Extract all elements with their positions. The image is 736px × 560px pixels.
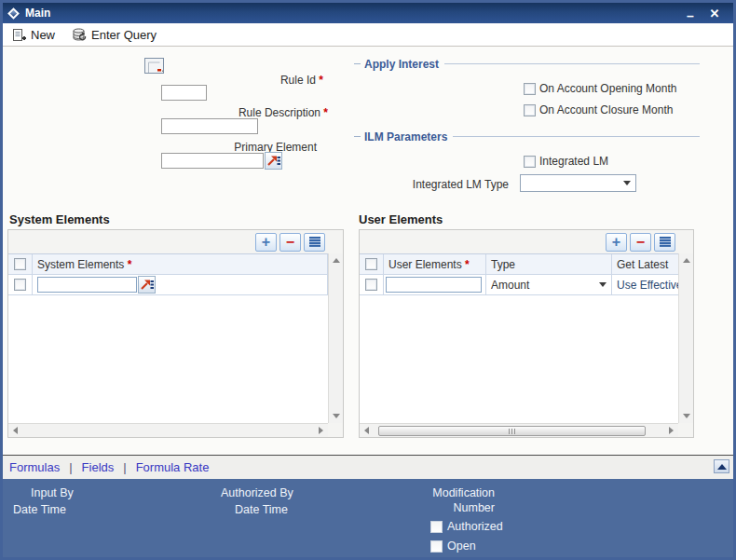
integrated-lm-label: Integrated LM <box>539 155 608 168</box>
system-element-lov-button[interactable] <box>138 276 156 294</box>
user-elements-grid-toolbar: + − <box>360 230 693 253</box>
single-view-icon[interactable] <box>654 233 675 252</box>
primary-element-input[interactable] <box>161 153 264 169</box>
section-rule <box>453 136 700 137</box>
rule-description-input[interactable] <box>161 118 258 134</box>
primary-element-lov-button[interactable] <box>265 152 282 170</box>
system-elements-grid: System Elements * <box>8 253 328 423</box>
open-checkbox-label: Open <box>447 540 476 553</box>
enter-query-button[interactable]: Enter Query <box>72 28 157 42</box>
required-marker: * <box>323 106 328 119</box>
window-title: Main <box>25 7 50 20</box>
horizontal-scrollbar-thumb[interactable] <box>378 426 646 436</box>
remove-row-button[interactable]: − <box>630 233 651 252</box>
on-account-closure-month-checkbox[interactable] <box>524 104 536 116</box>
integrated-lm-type-select[interactable] <box>520 174 636 192</box>
apply-interest-section-header: Apply Interest <box>354 58 700 70</box>
tab-fields[interactable]: Fields <box>82 460 115 474</box>
open-checkbox[interactable] <box>430 540 443 553</box>
select-all-checkbox[interactable] <box>365 258 377 270</box>
type-cell-select[interactable]: Amount <box>486 275 612 294</box>
vertical-scrollbar[interactable] <box>678 253 693 423</box>
user-elements-data-row: Amount Use Effective <box>360 275 678 295</box>
remove-row-button[interactable]: − <box>279 233 301 252</box>
on-account-closure-month-label: On Account Closure Month <box>539 103 673 116</box>
system-elements-panel: + − <box>7 229 344 438</box>
user-elements-title: User Elements <box>359 212 443 226</box>
input-by-label: Input By <box>31 486 74 499</box>
on-account-opening-month-checkbox[interactable] <box>524 83 536 95</box>
user-elements-header-row: User Elements * Type Get Latest <box>360 254 678 275</box>
rule-description-label: Rule Description * <box>137 106 328 119</box>
system-element-cell <box>33 275 328 294</box>
integrated-lm-checkbox[interactable] <box>524 156 536 168</box>
authorized-checkbox[interactable] <box>430 521 443 533</box>
primary-element-label: Primary Element <box>137 141 317 154</box>
scroll-down-icon[interactable] <box>333 414 340 418</box>
tab-separator: | <box>123 460 126 474</box>
vertical-scrollbar[interactable] <box>328 253 343 423</box>
tab-formula-rate[interactable]: Formula Rate <box>136 460 210 474</box>
section-dash <box>354 136 361 137</box>
scroll-up-icon[interactable] <box>683 258 690 263</box>
scroll-right-icon[interactable] <box>669 427 674 434</box>
bottom-tabstrip: Formulas | Fields | Formula Rate <box>3 455 733 479</box>
system-elements-title: System Elements <box>9 212 110 226</box>
collapse-panel-button[interactable] <box>714 459 729 473</box>
add-row-button[interactable]: + <box>255 233 277 252</box>
close-button[interactable]: ✕ <box>705 3 724 23</box>
titlebar: Main – ✕ <box>3 3 733 23</box>
system-elements-column-header: System Elements * <box>33 254 328 274</box>
diamond-icon <box>7 7 20 20</box>
system-elements-grid-toolbar: + − <box>8 230 343 253</box>
enter-query-button-label: Enter Query <box>91 28 157 42</box>
input-date-time-label: Date Time <box>13 503 66 516</box>
tab-formulas[interactable]: Formulas <box>9 460 60 474</box>
scroll-up-icon[interactable] <box>333 258 340 263</box>
type-value: Amount <box>491 279 529 292</box>
user-element-input[interactable] <box>386 277 482 293</box>
add-row-button[interactable]: + <box>606 233 627 252</box>
section-dash <box>354 63 361 64</box>
dropdown-arrow-icon <box>623 181 631 185</box>
horizontal-scrollbar[interactable] <box>8 423 328 437</box>
row-select-checkbox[interactable] <box>365 279 377 291</box>
lov-lookup-icon <box>267 155 280 167</box>
select-all-checkbox[interactable] <box>14 258 26 270</box>
on-account-opening-month-row: On Account Opening Month <box>524 82 676 95</box>
scroll-right-icon[interactable] <box>319 427 323 434</box>
user-elements-panel: + − <box>359 229 694 438</box>
dropdown-arrow-icon <box>599 282 607 287</box>
user-elements-grid: User Elements * Type Get Latest <box>360 253 678 423</box>
scroll-left-icon[interactable] <box>13 427 18 434</box>
row-checkbox-cell <box>8 275 33 294</box>
open-row: Open <box>430 540 476 553</box>
scroll-down-icon[interactable] <box>683 414 690 418</box>
horizontal-scrollbar[interactable] <box>360 423 678 437</box>
new-button-label: New <box>31 28 55 42</box>
tab-separator: | <box>69 460 72 474</box>
new-button[interactable]: New <box>12 28 55 42</box>
on-account-opening-month-label: On Account Opening Month <box>539 82 676 95</box>
enter-query-database-icon <box>72 28 87 42</box>
action-toolbar: New Enter Query <box>3 23 733 47</box>
header-checkbox-cell <box>8 254 33 274</box>
type-column-header: Type <box>486 254 612 274</box>
row-select-checkbox[interactable] <box>14 279 26 291</box>
system-elements-header-row: System Elements * <box>8 254 328 275</box>
authorized-row: Authorized <box>430 520 503 533</box>
lov-lookup-icon <box>141 279 154 291</box>
required-marker: * <box>319 74 323 87</box>
ilm-parameters-section-header: ILM Parameters <box>354 130 700 143</box>
get-latest-cell-select[interactable]: Use Effective <box>612 275 678 294</box>
modification-number-label: Modification Number <box>358 485 495 515</box>
single-view-icon[interactable] <box>304 233 325 252</box>
minimize-button[interactable]: – <box>681 3 700 23</box>
header-checkbox-cell <box>360 254 384 274</box>
system-element-input[interactable] <box>37 277 137 293</box>
window-preview-icon[interactable] <box>144 58 164 74</box>
audit-footer: Input By Date Time Authorized By Date Ti… <box>3 479 733 557</box>
rule-id-input[interactable] <box>161 85 207 101</box>
integrated-lm-row: Integrated LM <box>524 155 608 168</box>
scroll-left-icon[interactable] <box>364 427 369 434</box>
